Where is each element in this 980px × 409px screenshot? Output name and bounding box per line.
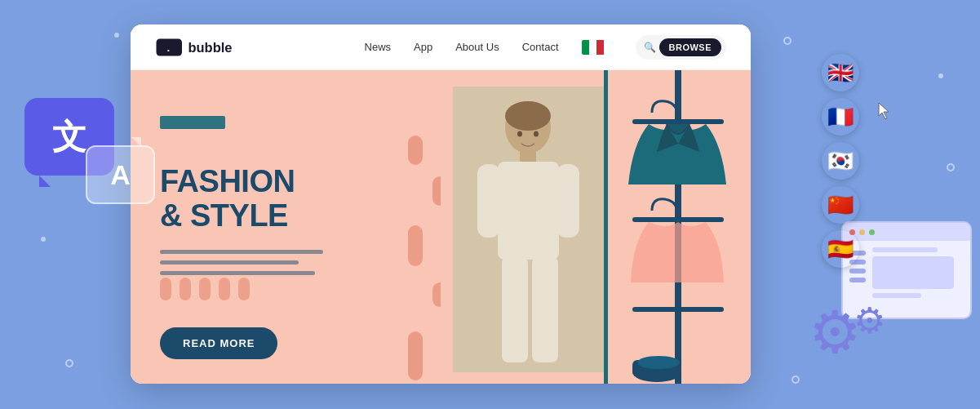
hero-title-line2: & STYLE: [160, 199, 411, 233]
flag-french[interactable]: 🇫🇷: [822, 98, 859, 136]
sidebar-line-4: [849, 278, 866, 282]
mini-browser-titlebar: [843, 223, 970, 241]
person-svg: [453, 87, 604, 372]
bubble-logo-svg: . bubble: [155, 33, 253, 62]
bottom-pill-1: [160, 278, 171, 300]
browser-navbar: . bubble News App About Us Contact 🔍 BRO…: [131, 24, 751, 70]
translate-secondary-bubble: A: [86, 145, 155, 204]
bottom-pill-5: [238, 278, 250, 300]
flag-chinese[interactable]: 🇨🇳: [822, 186, 859, 224]
read-more-button[interactable]: READ MORE: [160, 327, 277, 359]
svg-rect-16: [632, 119, 724, 124]
language-flags-panel: 🇬🇧 🇫🇷 🇰🇷 🇨🇳 🇪🇸: [822, 54, 859, 268]
svg-rect-7: [498, 162, 559, 260]
search-bar[interactable]: 🔍 BROWSE: [636, 35, 727, 60]
latin-char: A: [110, 159, 131, 191]
gear-small-icon: ⚙: [854, 303, 894, 344]
rack-svg-container: [604, 70, 751, 384]
pill-5: [408, 331, 423, 380]
svg-rect-11: [532, 256, 558, 362]
svg-point-21: [637, 356, 680, 369]
content-block: [872, 256, 954, 289]
mini-content-area: [872, 247, 964, 298]
main-content: FASHION & STYLE: [131, 70, 751, 384]
svg-rect-17: [632, 217, 724, 222]
flag-spanish[interactable]: 🇪🇸: [822, 230, 859, 268]
bottom-pills-row: [160, 278, 411, 300]
language-flag-italy[interactable]: [582, 40, 605, 55]
teal-accent-bar: [160, 116, 225, 129]
subtitle-lines: [160, 250, 411, 275]
nav-app[interactable]: App: [414, 41, 432, 53]
hero-title: FASHION & STYLE: [160, 165, 411, 233]
nav-news[interactable]: News: [365, 41, 392, 53]
pill-3: [408, 225, 423, 266]
content-line-2: [872, 293, 921, 298]
subtitle-line-1: [160, 250, 323, 254]
svg-text:.: .: [167, 42, 171, 54]
subtitle-line-3: [160, 271, 315, 275]
logo: . bubble: [155, 33, 253, 62]
bottom-pill-3: [199, 278, 211, 300]
chinese-char: 文: [52, 120, 86, 154]
content-line-1: [872, 247, 938, 252]
bottom-pill-4: [219, 278, 230, 300]
translate-widget: 文 A: [24, 98, 155, 204]
svg-point-12: [517, 131, 522, 137]
browser-mockup: . bubble News App About Us Contact 🔍 BRO…: [131, 24, 751, 384]
nav-about[interactable]: About Us: [455, 41, 499, 53]
window-dot-yellow: [859, 229, 865, 235]
person-figure: [453, 87, 604, 384]
left-content-panel: FASHION & STYLE: [131, 70, 441, 384]
svg-rect-9: [557, 164, 579, 238]
bottom-pill-2: [180, 278, 191, 300]
mini-browser-content: [843, 241, 970, 305]
browse-button[interactable]: BROWSE: [659, 38, 722, 56]
sidebar-line-3: [849, 269, 866, 273]
clothes-rack-panel: [604, 70, 751, 384]
svg-text:bubble: bubble: [188, 40, 232, 55]
hero-text-container: FASHION & STYLE: [160, 157, 411, 275]
mouse-cursor: [876, 101, 895, 121]
pill-1: [408, 136, 423, 165]
svg-rect-10: [502, 256, 528, 362]
nav-links: News App About Us Contact 🔍 BROWSE: [365, 35, 726, 60]
nav-contact[interactable]: Contact: [522, 41, 559, 53]
flag-english[interactable]: 🇬🇧: [822, 54, 859, 91]
flag-korean[interactable]: 🇰🇷: [822, 142, 859, 180]
window-dot-green: [869, 229, 875, 235]
search-icon: 🔍: [644, 42, 656, 53]
svg-point-5: [505, 101, 551, 131]
rack-svg: [604, 70, 751, 384]
photo-panel: [441, 70, 604, 384]
subtitle-line-2: [160, 260, 299, 265]
svg-rect-18: [632, 307, 724, 312]
svg-rect-8: [477, 164, 500, 238]
svg-point-13: [534, 131, 539, 137]
cursor-svg: [876, 101, 895, 121]
hero-title-line1: FASHION: [160, 165, 411, 199]
